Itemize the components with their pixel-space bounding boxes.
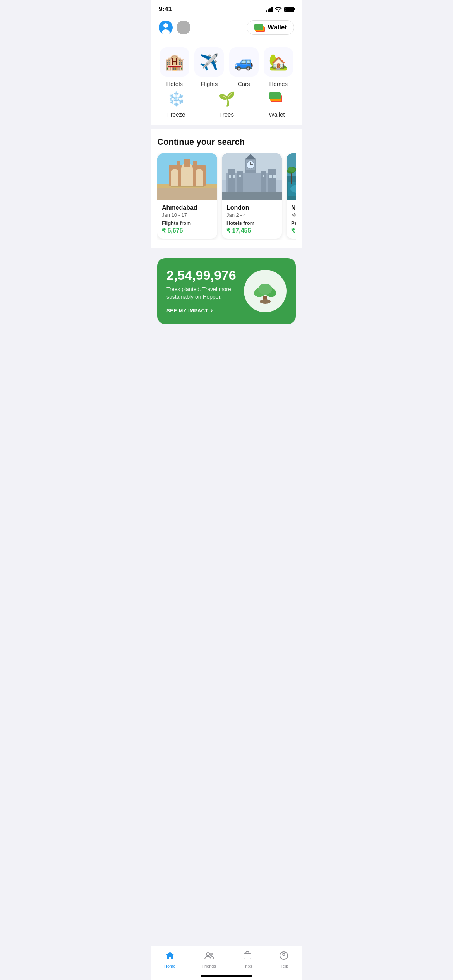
search-card-novotel[interactable]: Novotel Mu... Mumbai, Mahara... Per nigh…	[287, 153, 296, 239]
category-item-freeze[interactable]: ❄️ Freeze	[161, 91, 192, 118]
svg-rect-38	[239, 175, 241, 177]
london-dates: Jan 2 - 4	[226, 212, 277, 218]
ahmedabad-city: Ahmedabad	[162, 204, 213, 211]
category-item-cars[interactable]: 🚙 Cars	[228, 47, 259, 87]
novotel-price: ₹ 13,391	[291, 227, 296, 234]
svg-rect-20	[184, 159, 190, 167]
svg-rect-10	[157, 186, 217, 200]
london-card-body: London Jan 2 - 4 Hotels from ₹ 17,455	[222, 200, 282, 239]
ahmedabad-image	[157, 153, 217, 200]
header: Wallet	[151, 16, 302, 41]
wallet-icon	[269, 91, 285, 107]
trees-description: Trees planted. Travel more sustainably o…	[166, 286, 239, 301]
status-icons	[266, 6, 294, 13]
svg-rect-8	[269, 92, 281, 99]
freeze-icon: ❄️	[168, 91, 185, 107]
category-item-homes[interactable]: 🏡 Homes	[263, 47, 294, 87]
svg-rect-22	[171, 186, 204, 187]
ahmedabad-card-body: Ahmedabad Jan 10 - 17 Flights from ₹ 5,6…	[157, 200, 217, 239]
svg-rect-21	[193, 161, 197, 167]
flights-label: Flights	[201, 81, 218, 87]
category-item-flights[interactable]: ✈️ Flights	[194, 47, 225, 87]
homes-icon: 🏡	[264, 47, 293, 77]
svg-point-67	[258, 284, 272, 295]
wallet-category-label: Wallet	[269, 111, 285, 118]
continue-search-title: Continue your search	[157, 137, 296, 147]
ahmedabad-price: ₹ 5,675	[162, 227, 213, 234]
london-city: London	[226, 204, 277, 211]
avatar-gray[interactable]	[177, 21, 190, 34]
continue-search-section: Continue your search	[151, 129, 302, 248]
trees-banner[interactable]: 2,54,99,976 Trees planted. Travel more s…	[157, 258, 296, 324]
trees-cta[interactable]: SEE MY IMPACT ›	[166, 307, 239, 314]
cars-label: Cars	[238, 81, 250, 87]
cars-icon: 🚙	[229, 47, 259, 77]
wallet-button[interactable]: Wallet	[247, 20, 294, 35]
svg-point-1	[163, 23, 168, 28]
search-card-london[interactable]: London Jan 2 - 4 Hotels from ₹ 17,455	[222, 153, 282, 239]
novotel-dates: Mumbai, Mahara...	[291, 212, 296, 218]
category-item-wallet[interactable]: Wallet	[261, 91, 292, 118]
novotel-city: Novotel Mu...	[291, 204, 296, 211]
svg-rect-35	[268, 169, 276, 192]
wallet-label: Wallet	[268, 24, 287, 31]
flights-icon: ✈️	[194, 47, 224, 77]
svg-rect-42	[222, 192, 282, 200]
category-item-trees[interactable]: 🌱 Trees	[211, 91, 242, 118]
trees-content: 2,54,99,976 Trees planted. Travel more s…	[166, 268, 239, 314]
category-item-hotels[interactable]: 🏨 Hotels	[159, 47, 190, 87]
freeze-label: Freeze	[167, 111, 185, 118]
search-card-ahmedabad[interactable]: Ahmedabad Jan 10 - 17 Flights from ₹ 5,6…	[157, 153, 217, 239]
avatar[interactable]	[159, 21, 173, 34]
svg-rect-34	[261, 171, 266, 192]
svg-rect-40	[269, 175, 272, 178]
category-section: 🏨 Hotels ✈️ Flights 🚙 Cars 🏡 Homes ❄️ Fr…	[151, 41, 302, 125]
trees-icon: 🌱	[218, 91, 235, 107]
ahmedabad-type: Flights from	[162, 220, 213, 226]
svg-rect-39	[263, 175, 264, 177]
divider-2	[151, 248, 302, 252]
status-time: 9:41	[159, 5, 172, 13]
trees-circle-icon	[244, 270, 287, 312]
london-image	[222, 153, 282, 200]
trees-cta-label: SEE MY IMPACT	[166, 308, 208, 314]
trees-number: 2,54,99,976	[166, 268, 239, 283]
london-price: ₹ 17,455	[226, 227, 277, 234]
wallet-card-icon	[254, 24, 265, 31]
svg-point-64	[260, 299, 271, 304]
svg-rect-33	[237, 171, 243, 192]
header-left	[159, 21, 190, 34]
ahmedabad-dates: Jan 10 - 17	[162, 212, 213, 218]
battery-icon	[284, 7, 294, 12]
search-cards-container: Ahmedabad Jan 10 - 17 Flights from ₹ 5,6…	[157, 153, 296, 240]
novotel-type: Per night	[291, 220, 296, 226]
svg-rect-19	[177, 161, 180, 167]
svg-point-18	[196, 169, 203, 176]
trees-cta-arrow: ›	[211, 307, 213, 314]
svg-point-14	[171, 169, 178, 176]
homes-label: Homes	[269, 81, 288, 87]
signal-icon	[266, 7, 273, 12]
hotels-icon: 🏨	[160, 47, 189, 77]
status-bar: 9:41	[151, 0, 302, 16]
svg-rect-5	[254, 24, 263, 30]
svg-rect-32	[228, 169, 235, 192]
svg-rect-41	[273, 175, 276, 178]
hotels-label: Hotels	[166, 81, 183, 87]
london-type: Hotels from	[226, 220, 277, 226]
wifi-icon	[275, 6, 282, 13]
trees-label: Trees	[219, 111, 234, 118]
novotel-image	[287, 153, 296, 200]
category-row-2: ❄️ Freeze 🌱 Trees Wallet	[157, 91, 296, 118]
svg-rect-36	[229, 175, 231, 178]
novotel-card-body: Novotel Mu... Mumbai, Mahara... Per nigh…	[287, 200, 296, 239]
category-row-1: 🏨 Hotels ✈️ Flights 🚙 Cars 🏡 Homes	[157, 47, 296, 87]
svg-rect-37	[233, 175, 235, 178]
divider-1	[151, 125, 302, 129]
